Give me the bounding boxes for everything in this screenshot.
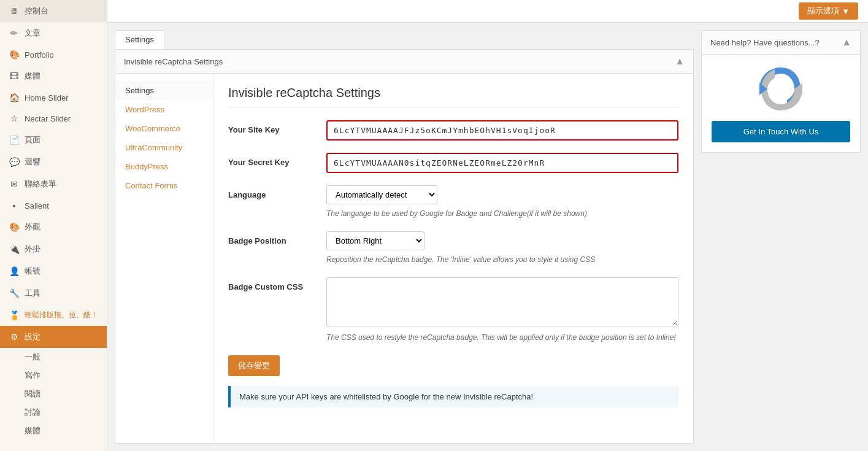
site-key-input[interactable] [326,120,678,141]
sidebar-sub-discussion[interactable]: 討論 [0,403,107,422]
badge-css-row: Badge Custom CSS The CSS used to restyle… [228,277,678,343]
badge-css-control: The CSS used to restyle the reCaptcha ba… [326,277,678,343]
pages-icon: 📄 [9,135,20,145]
sidebar-sub-general[interactable]: 一般 [0,348,107,366]
site-key-control [326,120,678,141]
main-content: 顯示選項 ▼ Settings Invisible reCaptcha Sett… [107,0,868,451]
language-select[interactable]: Automatically detect English Chinese (Tr… [326,185,437,204]
settings-container: Invisible reCaptcha Settings ▲ Settings … [115,49,694,444]
users-icon: 👤 [9,266,20,276]
settings-nav-item-settings[interactable]: Settings [115,81,213,100]
nectar-slider-icon: ☆ [9,114,20,123]
secret-key-row: Your Secret Key [228,153,678,173]
settings-nav-item-buddypress[interactable]: BuddyPress [115,157,213,176]
help-box-body: Get In Touch With Us [702,55,860,152]
appearance-icon: 🎨 [9,222,20,232]
collapse-icon[interactable]: ▲ [675,56,685,67]
sidebar-sub-media[interactable]: 媒體 [0,422,107,440]
home-slider-icon: 🏠 [9,93,20,102]
sidebar-item-dashboard[interactable]: 🖥 控制台 [0,0,107,22]
api-notice: Make sure your API keys are whitelisted … [228,386,678,407]
sidebar-item-tools[interactable]: 🔧 工具 [0,282,107,304]
secret-key-label: Your Secret Key [228,153,326,167]
help-box: Need help? Have questions...? ▲ Get In T… [701,30,861,153]
sidebar-item-users[interactable]: 👤 帳號 [0,260,107,282]
badge-css-textarea[interactable] [326,277,678,326]
badge-position-control: Bottom Right Bottom Left Inline Repositi… [326,231,678,265]
site-key-label: Your Site Key [228,120,326,134]
settings-panel-header: Invisible reCaptcha Settings ▲ [115,50,693,74]
save-row: 儲存變更 [228,355,678,376]
tab-bar: Settings [115,30,694,49]
sidebar-item-comments[interactable]: 💬 迴響 [0,151,107,173]
tools-icon: 🔧 [9,288,20,298]
dashboard-icon: 🖥 [9,6,20,16]
language-control: Automatically detect English Chinese (Tr… [326,185,678,219]
settings-nav-item-ultracommunity[interactable]: UltraCommunity [115,138,213,157]
sidebar-item-appearance[interactable]: 🎨 外觀 [0,216,107,238]
badge-css-label: Badge Custom CSS [228,277,326,291]
sidebar: 🖥 控制台 ✏ 文章 🎨 Portfolio 🎞 媒體 🏠 Home Slide… [0,0,107,451]
secret-key-control [326,153,678,173]
sidebar-item-media[interactable]: 🎞 媒體 [0,65,107,87]
display-options-button[interactable]: 顯示選項 ▼ [799,2,858,20]
sidebar-item-settings[interactable]: ⚙ 設定 [0,326,107,348]
language-label: Language [228,185,326,199]
topbar: 顯示選項 ▼ [107,0,868,23]
settings-icon: ⚙ [9,332,20,342]
settings-nav-item-woocommerce[interactable]: WooCommerce [115,119,213,138]
comments-icon: 💬 [9,157,20,167]
badge-position-select[interactable]: Bottom Right Bottom Left Inline [326,231,424,250]
settings-form: Invisible reCaptcha Settings Your Site K… [213,74,693,443]
language-help: The language to be used by Google for Ba… [326,208,678,219]
badge-css-help: The CSS used to restyle the reCaptcha ba… [326,332,678,343]
settings-nav: Settings WordPress WooCommerce UltraComm… [115,74,213,443]
language-row: Language Automatically detect English Ch… [228,185,678,219]
settings-nav-item-contact-forms[interactable]: Contact Forms [115,176,213,195]
sidebar-sub-reading[interactable]: 閱讀 [0,385,107,403]
chevron-down-icon: ▼ [842,7,850,16]
help-box-header: Need help? Have questions...? ▲ [702,31,860,55]
settings-nav-item-wordpress[interactable]: WordPress [115,100,213,119]
sidebar-item-plugins[interactable]: 🔌 外掛 [0,238,107,260]
content-area: Settings Invisible reCaptcha Settings ▲ … [107,23,868,451]
badge-position-label: Badge Position [228,231,326,245]
salient-icon: ▪ [9,201,20,210]
site-key-row: Your Site Key [228,120,678,141]
sidebar-item-contact[interactable]: ✉ 聯絡表單 [0,173,107,195]
sidebar-item-drag[interactable]: 🏅 輕鬆排版拖、拉、酷！ [0,304,107,326]
media-icon: 🎞 [9,71,20,81]
secret-key-input[interactable] [326,153,678,173]
help-collapse-icon[interactable]: ▲ [842,37,851,48]
sidebar-item-portfolio[interactable]: 🎨 Portfolio [0,44,107,65]
sidebar-sub-writing[interactable]: 寫作 [0,366,107,385]
sidebar-item-nectar-slider[interactable]: ☆ Nectar Slider [0,108,107,129]
save-button[interactable]: 儲存變更 [228,355,280,376]
drag-icon: 🏅 [9,310,20,320]
settings-panel: Settings Invisible reCaptcha Settings ▲ … [115,30,694,444]
plugins-icon: 🔌 [9,244,20,254]
settings-form-title: Invisible reCaptcha Settings [228,86,678,108]
article-icon: ✏ [9,28,20,38]
sidebar-item-pages[interactable]: 📄 頁面 [0,129,107,151]
settings-body: Settings WordPress WooCommerce UltraComm… [115,74,693,443]
contact-icon: ✉ [9,179,20,189]
recaptcha-logo [756,64,805,114]
portfolio-icon: 🎨 [9,50,20,60]
get-in-touch-button[interactable]: Get In Touch With Us [712,121,850,142]
tab-settings[interactable]: Settings [115,30,164,49]
sidebar-item-home-slider[interactable]: 🏠 Home Slider [0,87,107,108]
badge-position-help: Reposition the reCaptcha badge. The 'Inl… [326,254,678,265]
badge-position-row: Badge Position Bottom Right Bottom Left … [228,231,678,265]
help-panel: Need help? Have questions...? ▲ Get In T… [701,30,861,444]
sidebar-item-salient[interactable]: ▪ Salient [0,195,107,216]
sidebar-item-articles[interactable]: ✏ 文章 [0,22,107,44]
